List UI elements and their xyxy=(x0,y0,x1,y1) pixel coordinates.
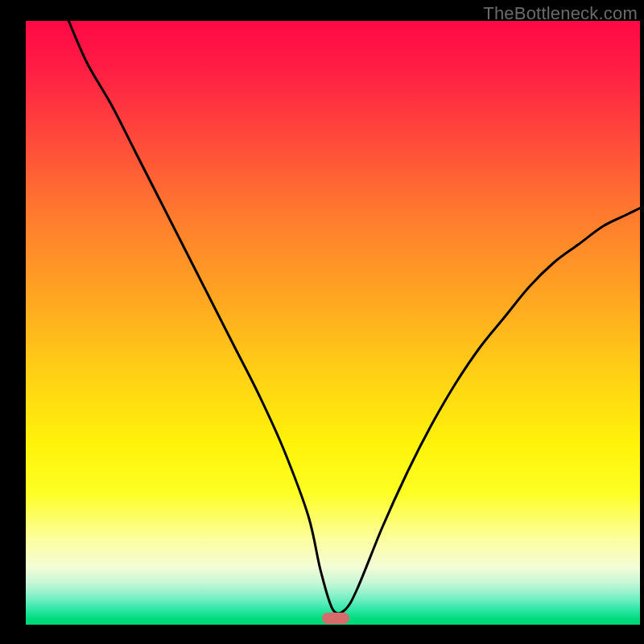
bottleneck-curve xyxy=(26,21,640,625)
optimal-indicator xyxy=(322,613,349,624)
curve-path xyxy=(68,21,640,613)
chart-frame: TheBottleneck.com xyxy=(0,0,644,644)
watermark-label: TheBottleneck.com xyxy=(483,3,638,24)
plot-area xyxy=(26,21,640,625)
